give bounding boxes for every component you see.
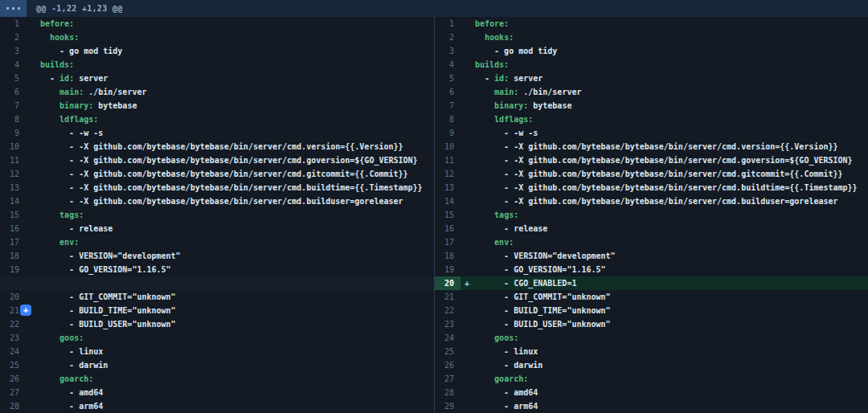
line-number: 28 (0, 399, 26, 413)
change-marker (461, 222, 475, 235)
diff-row: 2 hooks: (435, 31, 868, 44)
line-number: 20 (0, 290, 26, 304)
code-line: - go mod tidy (475, 44, 557, 58)
line-number: 12 (0, 167, 26, 181)
diff-row: 23 goos: (0, 331, 434, 345)
line-number: 24 (435, 331, 461, 345)
change-marker (461, 194, 475, 208)
code-line: ldflags: (40, 112, 98, 126)
code-line: - linux (475, 345, 538, 358)
diff-row: 11 - -X github.com/bytebase/bytebase/bin… (435, 153, 868, 167)
line-number: 18 (435, 249, 461, 263)
line-number: 10 (0, 140, 26, 153)
code-line: hooks: (40, 31, 79, 44)
change-marker (461, 44, 475, 58)
line-number: 9 (0, 126, 26, 140)
code-line: main: ./bin/server (40, 85, 146, 99)
code-line: tags: (40, 208, 84, 222)
change-marker (461, 386, 475, 399)
diff-row: 12 - -X github.com/bytebase/bytebase/bin… (0, 167, 434, 181)
code-line: - VERSION="development" (40, 249, 181, 263)
line-number: 26 (435, 358, 461, 372)
change-marker (461, 317, 475, 331)
change-marker (26, 276, 40, 290)
code-line: - GIT_COMMIT="unknown" (40, 290, 176, 304)
line-number: 28 (435, 386, 461, 399)
code-line: goos: (40, 331, 84, 345)
code-line: ldflags: (475, 112, 533, 126)
line-number: 22 (435, 304, 461, 317)
line-number: 17 (0, 235, 26, 249)
line-number: 1 (435, 17, 461, 31)
diff-row: 27 - amd64 (0, 386, 434, 399)
code-line: - -X github.com/bytebase/bytebase/bin/se… (40, 181, 423, 194)
code-line: env: (40, 235, 79, 249)
diff-row: 25 - darwin (0, 358, 434, 372)
code-line: - -X github.com/bytebase/bytebase/bin/se… (475, 194, 838, 208)
change-marker (26, 112, 40, 126)
code-line: - id: server (40, 72, 108, 85)
add-comment-button[interactable]: + (20, 305, 31, 316)
code-line: - -X github.com/bytebase/bytebase/bin/se… (40, 153, 418, 167)
line-number: 7 (0, 99, 26, 112)
diff-row: 21 - GIT_COMMIT="unknown" (435, 290, 868, 304)
change-marker (26, 99, 40, 112)
line-number: 7 (435, 99, 461, 112)
line-number: 6 (435, 85, 461, 99)
diff-row: 3 - go mod tidy (0, 44, 434, 58)
change-marker (26, 317, 40, 331)
change-marker (461, 249, 475, 263)
change-marker (461, 99, 475, 112)
line-number: 25 (0, 358, 26, 372)
line-number: 24 (0, 345, 26, 358)
change-marker (26, 345, 40, 358)
code-line: binary: bytebase (40, 99, 137, 112)
line-number: 8 (0, 112, 26, 126)
code-line: before: (40, 17, 74, 31)
line-number: 23 (0, 331, 26, 345)
line-number: 4 (0, 58, 26, 72)
change-marker (26, 331, 40, 345)
code-line: - release (40, 222, 113, 235)
change-marker (26, 208, 40, 222)
line-number: 27 (0, 386, 26, 399)
code-line: - BUILD_TIME="unknown" (40, 304, 176, 317)
change-marker (26, 399, 40, 413)
diff-panes: 1before:2 hooks:3 - go mod tidy4builds:5… (0, 17, 868, 413)
change-marker (26, 44, 40, 58)
change-marker (461, 331, 475, 345)
change-marker (461, 181, 475, 194)
change-marker (461, 72, 475, 85)
line-number: 25 (435, 345, 461, 358)
code-line: - GO_VERSION="1.16.5" (40, 263, 171, 276)
expand-hunk-button[interactable] (0, 0, 27, 17)
line-number: 11 (435, 153, 461, 167)
diff-row: 11 - -X github.com/bytebase/bytebase/bin… (0, 153, 434, 167)
line-number: 5 (0, 72, 26, 85)
line-number: 20 (435, 276, 461, 290)
code-line: - VERSION="development" (475, 249, 616, 263)
code-line: - release (475, 222, 547, 235)
hunk-header: @@ -1,22 +1,23 @@ (0, 0, 868, 17)
diff-row: 7 binary: bytebase (435, 99, 868, 112)
diff-row: 28 - amd64 (435, 386, 868, 399)
diff-row: 15 tags: (0, 208, 434, 222)
diff-row: 1before: (0, 17, 434, 31)
line-number: 21 (435, 290, 461, 304)
diff-row: 22 - BUILD_USER="unknown" (0, 317, 434, 331)
line-number: 10 (435, 140, 461, 153)
code-line: hooks: (475, 31, 514, 44)
line-number: 18 (0, 249, 26, 263)
new-file-pane: 1before:2 hooks:3 - go mod tidy4builds:5… (434, 17, 868, 413)
change-marker (26, 235, 40, 249)
change-marker (461, 358, 475, 372)
code-line: - linux (40, 345, 103, 358)
diff-row: 21 - BUILD_TIME="unknown"+ (0, 304, 434, 317)
diff-row: 9 - -w -s (435, 126, 868, 140)
line-number: 22 (0, 317, 26, 331)
diff-row: 13 - -X github.com/bytebase/bytebase/bin… (0, 181, 434, 194)
code-line: - darwin (40, 358, 108, 372)
ellipsis-icon (12, 7, 14, 10)
diff-row: 2 hooks: (0, 31, 434, 44)
change-marker (26, 153, 40, 167)
